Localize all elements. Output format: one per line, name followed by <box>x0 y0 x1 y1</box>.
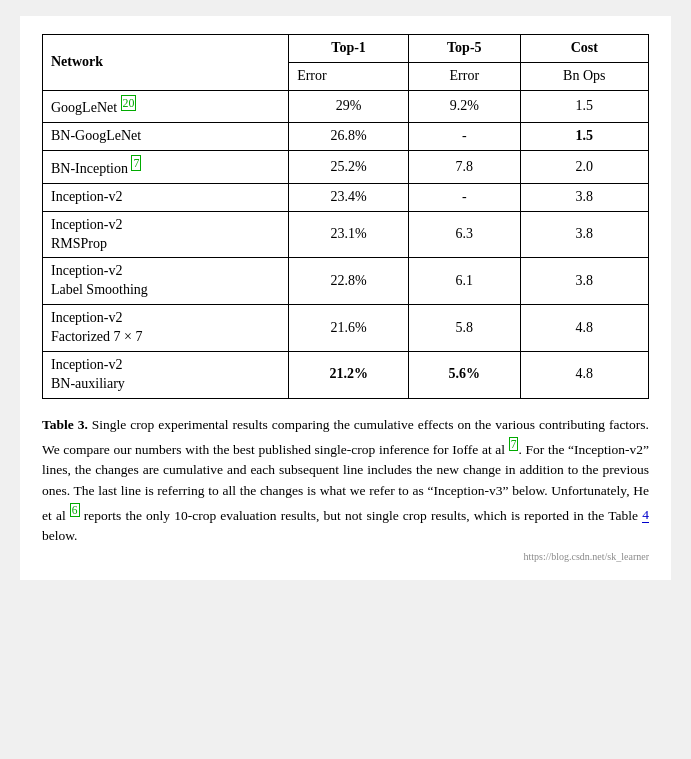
col-top1-header: Top-1 <box>289 35 409 63</box>
network-name: BN-GoogLeNet <box>51 128 141 143</box>
cell-network: BN-Inception 7 <box>43 151 289 184</box>
table-row: Inception-v223.4%-3.8 <box>43 183 649 211</box>
cell-cost: 3.8 <box>520 258 648 305</box>
cell-top1: 23.1% <box>289 211 409 258</box>
table-row: GoogLeNet 2029%9.2%1.5 <box>43 90 649 123</box>
cell-top1: 26.8% <box>289 123 409 151</box>
cell-top5: 6.1 <box>409 258 520 305</box>
results-table: Network Top-1 Top-5 Cost Error Error <box>42 34 649 399</box>
table-row: Inception-v2Factorized 7 × 721.6%5.84.8 <box>43 305 649 352</box>
cell-network: Inception-v2Label Smoothing <box>43 258 289 305</box>
ref-4[interactable]: 4 <box>642 507 649 523</box>
cell-network: GoogLeNet 20 <box>43 90 289 123</box>
cell-cost: 3.8 <box>520 183 648 211</box>
cell-cost: 3.8 <box>520 211 648 258</box>
cell-cost: 1.5 <box>520 123 648 151</box>
cell-top1: 21.6% <box>289 305 409 352</box>
cell-top5: - <box>409 123 520 151</box>
table-caption: Table 3. Single crop experimental result… <box>42 415 649 548</box>
network-line1: Inception-v2 <box>51 310 123 325</box>
cell-cost: 1.5 <box>520 90 648 123</box>
col-cost-sub: Bn Ops <box>520 62 648 90</box>
cell-network: Inception-v2 <box>43 183 289 211</box>
caption-text4: below. <box>42 528 78 543</box>
ref-7a[interactable]: 7 <box>509 437 519 451</box>
cell-network: BN-GoogLeNet <box>43 123 289 151</box>
cell-cost: 4.8 <box>520 352 648 399</box>
cell-network: Inception-v2Factorized 7 × 7 <box>43 305 289 352</box>
cell-top5: 7.8 <box>409 151 520 184</box>
cell-top1: 25.2% <box>289 151 409 184</box>
cell-top1: 29% <box>289 90 409 123</box>
col-top1-sub: Error <box>289 62 409 90</box>
network-line1: Inception-v2 <box>51 217 123 232</box>
table-row: Inception-v2RMSProp23.1%6.33.8 <box>43 211 649 258</box>
table-row: BN-Inception 725.2%7.82.0 <box>43 151 649 184</box>
cell-top1: 23.4% <box>289 183 409 211</box>
table-row: BN-GoogLeNet26.8%-1.5 <box>43 123 649 151</box>
cell-top1: 21.2% <box>289 352 409 399</box>
network-line2: RMSProp <box>51 236 107 251</box>
network-line1: Inception-v2 <box>51 357 123 372</box>
cell-top5: 6.3 <box>409 211 520 258</box>
caption-table-num: Table 3. <box>42 417 88 432</box>
cell-top1: 22.8% <box>289 258 409 305</box>
network-name: GoogLeNet 20 <box>51 100 136 115</box>
ref-6[interactable]: 6 <box>70 503 80 517</box>
col-top5-sub: Error <box>409 62 520 90</box>
ref-link[interactable]: 7 <box>131 155 141 171</box>
network-name: Inception-v2 <box>51 189 123 204</box>
cell-cost: 4.8 <box>520 305 648 352</box>
cell-top5: 9.2% <box>409 90 520 123</box>
col-network: Network <box>43 35 289 91</box>
col-cost-header: Cost <box>520 35 648 63</box>
network-line1: Inception-v2 <box>51 263 123 278</box>
ref-link[interactable]: 20 <box>121 95 137 111</box>
table-row: Inception-v2BN-auxiliary21.2%5.6%4.8 <box>43 352 649 399</box>
table-row: Inception-v2Label Smoothing22.8%6.13.8 <box>43 258 649 305</box>
page-container: Network Top-1 Top-5 Cost Error Error <box>20 16 671 580</box>
cell-top5: - <box>409 183 520 211</box>
cell-top5: 5.8 <box>409 305 520 352</box>
cell-cost: 2.0 <box>520 151 648 184</box>
network-line2: BN-auxiliary <box>51 376 125 391</box>
cell-network: Inception-v2BN-auxiliary <box>43 352 289 399</box>
network-line2: Factorized 7 × 7 <box>51 329 142 344</box>
caption-text3: reports the only 10-crop evaluation resu… <box>80 507 643 522</box>
cell-top5: 5.6% <box>409 352 520 399</box>
cell-network: Inception-v2RMSProp <box>43 211 289 258</box>
watermark: https://blog.csdn.net/sk_learner <box>42 551 649 562</box>
network-name: BN-Inception 7 <box>51 161 141 176</box>
network-line2: Label Smoothing <box>51 282 148 297</box>
col-top5-header: Top-5 <box>409 35 520 63</box>
